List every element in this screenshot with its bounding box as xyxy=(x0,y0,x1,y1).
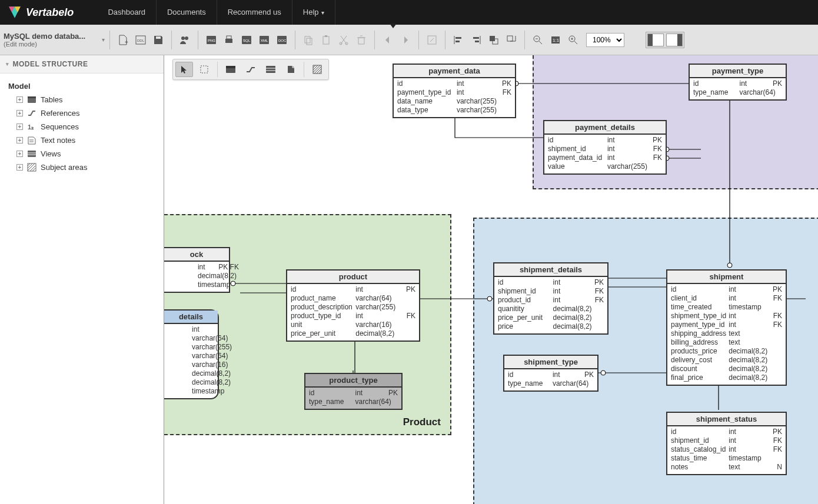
toolbar: MySQL demo databa... (Edit mode) ▾ + DDL… xyxy=(0,25,818,55)
tree-item-sequences[interactable]: +1₂Sequences xyxy=(5,120,159,133)
paste-button[interactable] xyxy=(318,32,334,48)
chevron-down-icon[interactable]: ▾ xyxy=(102,36,105,43)
entity-product_type[interactable]: product_typeidintPKtype_namevarchar(64) xyxy=(304,373,403,410)
tree-root-model[interactable]: Model xyxy=(5,79,159,93)
entity-payment_data[interactable]: payment_dataidintPKpayment_type_idintFKd… xyxy=(393,64,516,118)
align-right-button[interactable] xyxy=(468,32,484,48)
view-tool[interactable] xyxy=(262,62,280,77)
entity-shipment[interactable]: shipmentidintPKclient_idintFKtime_create… xyxy=(666,269,787,386)
print-button[interactable] xyxy=(221,32,237,48)
marquee-tool[interactable] xyxy=(195,62,213,77)
zoom-out-button[interactable] xyxy=(530,32,546,48)
brand-logo[interactable]: Vertabelo xyxy=(7,5,74,20)
paste-icon xyxy=(320,34,332,46)
svg-text:SQL: SQL xyxy=(243,39,251,42)
export-doc-button[interactable]: DOC xyxy=(274,32,290,48)
area-tool[interactable] xyxy=(308,62,326,77)
undo-button[interactable] xyxy=(380,32,396,48)
delete-button[interactable] xyxy=(353,32,370,48)
align-left-icon xyxy=(453,34,464,46)
export-sql-button[interactable]: SQL xyxy=(238,32,255,48)
note-tool[interactable] xyxy=(282,62,300,77)
column-row: price_per_unitdecimal(8,2) xyxy=(291,329,415,338)
pointer-icon xyxy=(179,65,189,74)
column-row: int xyxy=(168,325,214,334)
tree-item-references[interactable]: +References xyxy=(5,106,159,120)
send-back-button[interactable] xyxy=(503,32,520,48)
column-row: shipping_addresstext xyxy=(671,329,782,338)
nav-dashboard[interactable]: Dashboard xyxy=(97,0,157,25)
right-panel-toggle[interactable] xyxy=(666,34,683,46)
column-row: type_namevarchar(64) xyxy=(309,398,398,406)
edit-button[interactable] xyxy=(424,32,440,48)
zoom-select[interactable]: 100% xyxy=(586,33,624,47)
entity-payment_type[interactable]: payment_typeidintPKtype_namevarchar(64) xyxy=(689,64,787,101)
tree-item-text-notes[interactable]: +Text notes xyxy=(5,133,159,147)
svg-line-36 xyxy=(539,41,542,44)
ddl-button[interactable]: DDL xyxy=(132,32,149,48)
export-xml-button[interactable]: XML xyxy=(256,32,272,48)
export-png-button[interactable]: PNG xyxy=(203,32,220,48)
table-icon xyxy=(225,65,236,74)
table-tool[interactable] xyxy=(222,62,240,77)
entity-shipment_type[interactable]: shipment_typeidintPKtype_namevarchar(64) xyxy=(503,355,598,392)
chevron-down-icon: ▾ xyxy=(321,9,324,16)
expand-icon[interactable]: + xyxy=(16,164,23,171)
send-back-icon xyxy=(506,34,517,46)
tree-item-tables[interactable]: +Tables xyxy=(5,93,159,106)
column-row: quanititydecimal(8,2) xyxy=(498,305,604,313)
reference-tool[interactable] xyxy=(242,62,260,77)
column-row: idintPK xyxy=(508,371,594,379)
entity-details[interactable]: detailsintvarchar(64)varchar(255)varchar… xyxy=(164,309,219,399)
sidebar-title[interactable]: ▾MODEL STRUCTURE xyxy=(0,55,164,74)
sidebar: ▾MODEL STRUCTURE Model +Tables+Reference… xyxy=(0,55,164,504)
pointer-tool[interactable] xyxy=(175,62,193,77)
ddl-icon: DDL xyxy=(135,34,147,46)
bring-front-button[interactable] xyxy=(486,32,502,48)
column-row: billing_addresstext xyxy=(671,338,782,347)
entity-header: product xyxy=(287,271,419,284)
cut-button[interactable] xyxy=(335,32,352,48)
entity-shipment_status[interactable]: shipment_statusidintPKshipment_idintFKst… xyxy=(666,412,787,475)
entity-product[interactable]: productidintPKproduct_namevarchar(64)pro… xyxy=(286,269,420,342)
align-left-button[interactable] xyxy=(450,32,467,48)
expand-icon[interactable]: + xyxy=(16,137,23,143)
nav-help[interactable]: Help▾ xyxy=(292,0,335,25)
entity-shipment_details[interactable]: shipment_detailsidintPKshipment_idintFKp… xyxy=(493,262,608,335)
collapse-marker[interactable] xyxy=(390,21,397,30)
sequences-icon: 1₂ xyxy=(27,123,36,131)
diagram-canvas[interactable]: Payment Product payment_dataidintPKpayme… xyxy=(164,55,818,504)
copy-icon xyxy=(302,34,314,46)
left-panel-toggle[interactable] xyxy=(647,34,664,46)
share-button[interactable] xyxy=(177,32,193,48)
zoom-in-button[interactable] xyxy=(565,32,581,48)
document-title-block[interactable]: MySQL demo databa... (Edit mode) xyxy=(4,29,101,50)
entity-payment_details[interactable]: payment_detailsidintPKshipment_idintFKpa… xyxy=(543,120,667,175)
users-icon xyxy=(179,34,191,46)
svg-text:+: + xyxy=(125,39,128,45)
sql-icon: SQL xyxy=(241,34,252,46)
save-button[interactable] xyxy=(150,32,167,48)
tree-label: Text notes xyxy=(41,136,75,145)
expand-icon[interactable]: + xyxy=(16,96,23,103)
copy-button[interactable] xyxy=(300,32,317,48)
tree-item-subject-areas[interactable]: +Subject areas xyxy=(5,161,159,174)
svg-marker-44 xyxy=(390,24,397,28)
entity-header: payment_data xyxy=(394,65,515,78)
column-row: final_pricedecimal(8,2) xyxy=(671,373,782,382)
nav-documents[interactable]: Documents xyxy=(157,0,217,25)
tree-label: References xyxy=(41,109,79,118)
entity-ock[interactable]: ockintPK FKdecimal(8,2)timestamp xyxy=(164,247,230,293)
subject-areas-icon xyxy=(27,163,36,172)
redo-button[interactable] xyxy=(397,32,414,48)
tree-label: Sequences xyxy=(41,122,79,131)
tree-item-views[interactable]: +Views xyxy=(5,147,159,161)
zoom-fit-button[interactable]: 1:1 xyxy=(547,32,564,48)
expand-icon[interactable]: + xyxy=(16,124,23,130)
expand-icon[interactable]: + xyxy=(16,110,23,116)
nav-recommend[interactable]: Recommend us xyxy=(217,0,292,25)
svg-rect-57 xyxy=(266,66,275,73)
svg-rect-22 xyxy=(325,35,327,37)
new-document-button[interactable]: + xyxy=(115,32,131,48)
expand-icon[interactable]: + xyxy=(16,151,23,157)
